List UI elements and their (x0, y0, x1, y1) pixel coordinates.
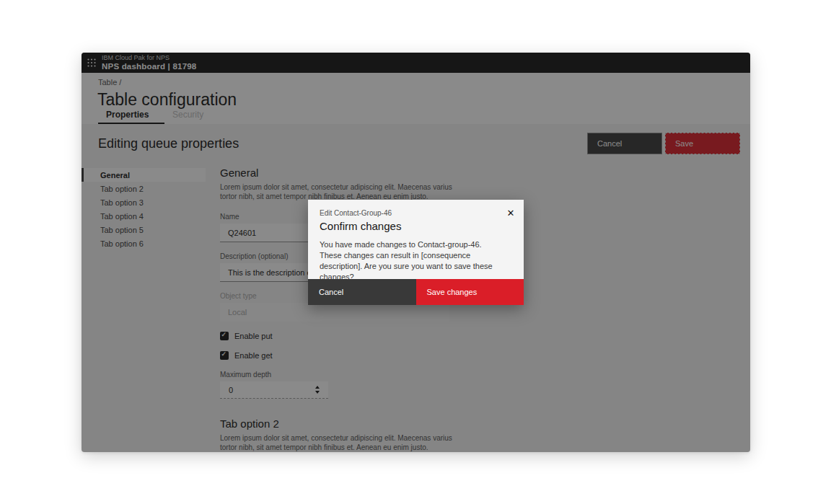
confirm-changes-modal: Edit Contact-Group-46 Confirm changes ✕ … (308, 200, 524, 305)
modal-title: Confirm changes (320, 220, 495, 232)
close-icon[interactable]: ✕ (502, 204, 519, 221)
app-window: IBM Cloud Pak for NPS NPS dashboard | 81… (82, 53, 750, 452)
modal-context-label: Edit Contact-Group-46 (320, 209, 495, 217)
modal-footer: Cancel Save changes (308, 279, 524, 305)
modal-body-text: You have made changes to Contact-group-4… (308, 232, 524, 283)
modal-save-changes-button[interactable]: Save changes (416, 279, 524, 305)
modal-cancel-button[interactable]: Cancel (308, 279, 416, 305)
